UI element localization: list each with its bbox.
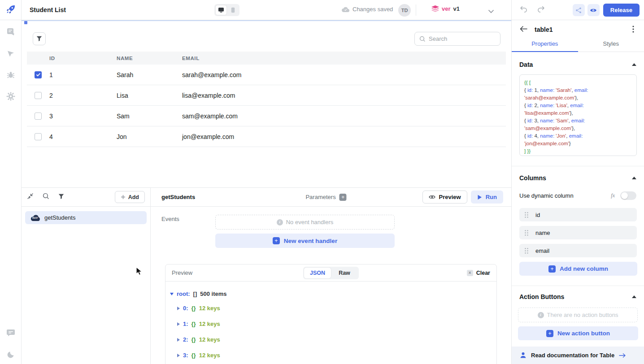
widget-name[interactable]: table1 [535,26,622,33]
row-checkbox[interactable] [35,71,42,78]
left-sidebar [0,20,22,364]
table-row[interactable]: 4 Jon jon@example.com [27,126,506,147]
add-query-button[interactable]: Add [115,191,145,203]
widget-resize-handle[interactable] [24,21,27,24]
cell-id: 2 [49,92,117,99]
json-root-node[interactable]: root: [] 500 items [170,287,496,300]
release-button[interactable]: Release [603,4,640,17]
query-list-item-getstudents[interactable]: REST getStudents [25,211,147,224]
sidebar-item-pages[interactable] [5,26,16,37]
mobile-toggle[interactable] [227,5,238,15]
query-editor-header: getStudents Parameters + Preview Run [151,188,511,207]
query-preview-button[interactable]: Preview [422,191,467,204]
eye-icon [429,195,435,199]
chevron-down-icon[interactable] [488,7,494,15]
dynamic-column-row: Use dynamic column fx [512,191,644,200]
cell-email: sam@example.com [182,113,506,120]
row-checkbox[interactable] [35,92,42,99]
inspector-header: table1 [512,20,644,39]
plus-icon: + [546,330,553,337]
sidebar-item-settings[interactable] [5,91,16,102]
column-header-id[interactable]: ID [49,56,117,61]
search-queries-button[interactable] [43,193,49,201]
cloud-check-icon [342,7,349,12]
table-row[interactable]: 1 Sarah sarah@example.com [27,65,506,85]
add-parameter-button[interactable]: + [339,194,347,201]
search-icon [419,36,426,42]
column-header-name[interactable]: NAME [117,56,182,61]
row-checkbox[interactable] [35,113,42,120]
row-checkbox[interactable] [35,133,42,140]
collapse-section-icon[interactable] [632,177,636,179]
json-node[interactable]: 0: {} 12 keys [170,300,496,316]
monitor-icon [218,7,224,13]
cell-id: 4 [49,133,117,140]
tab-styles[interactable]: Styles [578,39,644,52]
json-node[interactable]: 3: {} 12 keys [170,347,496,363]
table-search-input[interactable] [429,35,492,42]
documentation-link[interactable]: Read documentation for Table [512,347,644,364]
collapse-panel-button[interactable] [27,193,34,201]
preview-app-button[interactable] [587,4,600,16]
expand-node-icon[interactable] [177,338,180,342]
back-button[interactable] [520,26,527,34]
expand-node-icon[interactable] [177,354,180,357]
filter-queries-button[interactable] [58,193,64,201]
column-header-email[interactable]: EMAIL [182,56,506,61]
drag-handle-icon [525,248,528,254]
cell-email: lisa@example.com [182,92,506,99]
desktop-toggle[interactable] [216,5,226,15]
tab-raw[interactable]: Raw [331,268,358,278]
dark-mode-toggle[interactable] [5,349,16,360]
table-row[interactable]: 2 Lisa lisa@example.com [27,85,506,106]
fx-button[interactable]: fx [611,192,615,199]
tab-json[interactable]: JSON [304,268,331,278]
table-search-box[interactable] [414,32,500,46]
collapse-node-icon[interactable] [170,293,174,295]
avatar[interactable]: TD [398,4,411,17]
cell-id: 1 [49,71,117,78]
active-tab-indicator [512,51,578,52]
table-filter-button[interactable] [33,32,46,45]
version-value: v1 [453,5,460,12]
add-new-column-button[interactable]: + Add new column [519,262,637,276]
clear-preview-button[interactable]: × Clear [467,270,490,276]
new-action-button[interactable]: + New action button [518,326,638,340]
gear-icon [6,91,16,101]
plus-icon: + [273,237,280,244]
collapse-section-icon[interactable] [632,295,636,298]
collapse-section-icon[interactable] [632,63,636,66]
info-icon: i [538,312,544,318]
sidebar-item-comments[interactable] [5,328,16,338]
column-item-id[interactable]: id [519,208,637,221]
dynamic-column-label: Use dynamic column [519,192,611,199]
version-selector[interactable]: ver v1 [431,5,460,12]
table-data-code-editor[interactable]: {{ [ { id: 1, name: 'Sarah', email:'sara… [519,74,637,156]
sidebar-item-inspect[interactable] [5,48,16,59]
divider [416,4,416,16]
undo-button[interactable] [520,6,527,14]
sidebar-item-debugger[interactable] [5,69,16,80]
table-row[interactable]: 3 Sam sam@example.com [27,106,506,126]
column-item-email[interactable]: email [519,244,637,257]
dynamic-column-toggle[interactable] [620,191,636,200]
plus-icon: + [548,265,556,273]
query-run-button[interactable]: Run [471,191,503,204]
json-node[interactable]: 1: {} 12 keys [170,316,496,332]
new-event-handler-button[interactable]: + New event handler [215,234,395,248]
redo-button[interactable] [537,6,545,14]
expand-node-icon[interactable] [177,322,180,326]
tab-properties[interactable]: Properties [512,39,578,52]
page-title: Student List [30,6,66,13]
query-title[interactable]: getStudents [161,194,195,200]
expand-node-icon[interactable] [177,307,180,310]
json-node[interactable]: 2: {} 12 keys [170,332,496,347]
share-button[interactable] [573,4,585,16]
undo-icon [520,6,527,13]
column-item-name[interactable]: name [519,226,637,239]
column-item-label: email [535,247,549,254]
app-logo[interactable] [0,0,22,20]
widget-menu-button[interactable] [629,26,638,34]
arrow-left-icon [520,26,527,32]
redo-icon [537,6,545,13]
